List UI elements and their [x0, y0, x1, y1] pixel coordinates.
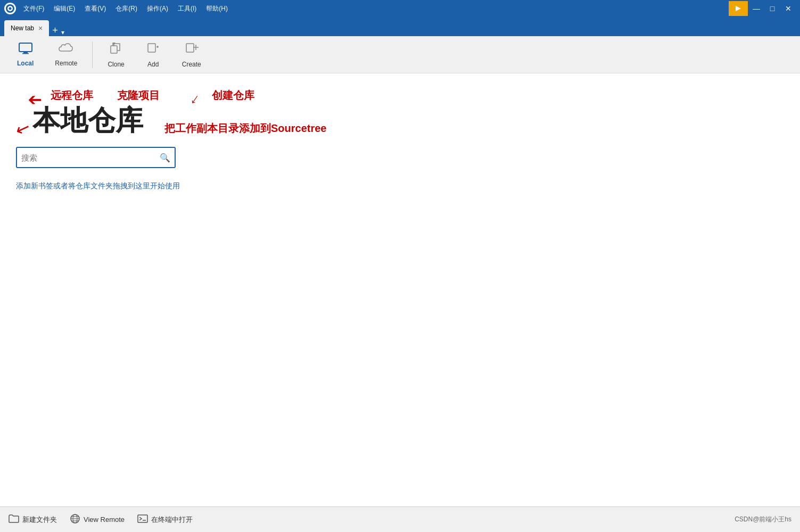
titlebar: 文件(F) 编辑(E) 查看(V) 仓库(R) 操作(A) 工具(I) 帮助(H… [0, 0, 800, 17]
menu-edit[interactable]: 编辑(E) [50, 2, 79, 15]
main-title: 本地仓库 [32, 105, 143, 136]
titlebar-controls: — □ ✕ [729, 1, 796, 16]
minimize-button[interactable]: — [749, 1, 764, 16]
remote-label: Remote [55, 60, 77, 67]
clone-icon [109, 41, 123, 59]
add-label: Add [147, 61, 159, 68]
add-button[interactable]: Add [137, 37, 169, 72]
menu-tools[interactable]: 工具(I) [174, 2, 201, 15]
title-row: ↙ 本地仓库 把工作副本目录添加到Sourcetree [16, 105, 784, 138]
tabbar: New tab × + ▾ [0, 17, 800, 36]
menu-action[interactable]: 操作(A) [143, 2, 172, 15]
local-tab-button[interactable]: Local [9, 38, 42, 71]
add-icon [146, 41, 160, 59]
annotation-row-1: ➔ 远程仓库 克隆项目 ↓ 创建仓库 [16, 79, 784, 105]
main-area: Local Remote Clone [0, 36, 800, 495]
create-icon [185, 41, 199, 59]
search-input[interactable] [21, 153, 160, 162]
local-label: Local [17, 60, 34, 67]
titlebar-left: 文件(F) 编辑(E) 查看(V) 仓库(R) 操作(A) 工具(I) 帮助(H… [4, 2, 232, 15]
content-inner: ➔ 远程仓库 克隆项目 ↓ 创建仓库 ↙ 本地仓库 把工作副本目录添加到Sour… [0, 73, 800, 200]
hint-link[interactable]: 添加新书签或者将仓库文件夹拖拽到这里开始使用 [16, 181, 180, 190]
svg-rect-6 [23, 52, 28, 53]
create-label: Create [182, 61, 201, 68]
svg-rect-14 [186, 44, 194, 52]
svg-rect-7 [22, 53, 29, 54]
svg-rect-5 [19, 43, 32, 52]
toolbar: Local Remote Clone [0, 36, 800, 73]
flag-button[interactable] [729, 1, 748, 16]
menu-view[interactable]: 查看(V) [80, 2, 110, 15]
tab-label: New tab [11, 24, 34, 32]
search-container: 🔍 [16, 147, 176, 168]
content-area: ➔ 远程仓库 克隆项目 ↓ 创建仓库 ↙ 本地仓库 把工作副本目录添加到Sour… [0, 73, 800, 495]
monitor-icon [19, 43, 32, 57]
svg-point-2 [9, 7, 12, 10]
cloud-icon [58, 43, 74, 57]
new-tab[interactable]: New tab × [4, 20, 49, 36]
remote-tab-button[interactable]: Remote [46, 38, 86, 71]
toolbar-separator-1 [92, 41, 93, 68]
svg-rect-8 [111, 46, 117, 53]
app-logo [4, 3, 16, 14]
clone-button[interactable]: Clone [99, 37, 133, 72]
annotation-clone: 克隆项目 [117, 88, 160, 103]
svg-rect-11 [148, 44, 155, 52]
arrow-local-down: ↙ [13, 117, 33, 140]
tab-close-button[interactable]: × [38, 24, 43, 32]
menu-help[interactable]: 帮助(H) [202, 2, 232, 15]
annotation-remote: 远程仓库 [51, 88, 93, 103]
add-tab-button[interactable]: + [49, 25, 61, 36]
create-button[interactable]: Create [174, 37, 210, 72]
annotation-add: 把工作副本目录添加到Sourcetree [164, 121, 327, 136]
search-icon: 🔍 [160, 153, 170, 163]
tab-dropdown-button[interactable]: ▾ [61, 29, 64, 36]
menu-bar: 文件(F) 编辑(E) 查看(V) 仓库(R) 操作(A) 工具(I) 帮助(H… [19, 2, 232, 15]
menu-file[interactable]: 文件(F) [19, 2, 48, 15]
annotation-create: 创建仓库 [212, 88, 254, 103]
maximize-button[interactable]: □ [765, 1, 780, 16]
clone-label: Clone [108, 61, 124, 68]
close-button[interactable]: ✕ [781, 1, 796, 16]
menu-repo[interactable]: 仓库(R) [111, 2, 142, 15]
